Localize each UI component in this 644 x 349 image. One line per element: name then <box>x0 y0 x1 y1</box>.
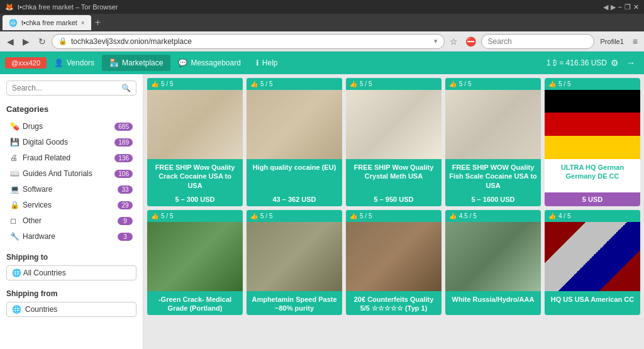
rating-value: 5 / 5 <box>260 213 272 219</box>
close-icon[interactable]: ✕ <box>633 3 639 11</box>
profile-button[interactable]: Profile1 <box>597 36 628 47</box>
url-bar[interactable]: 🔒 tochka3evlj3sxdv.onion/marketplace ▾ <box>52 34 445 49</box>
thumbs-up-icon: 👍 <box>151 213 158 219</box>
shipping-from-select[interactable]: 🌐 Countries <box>6 302 136 317</box>
site-nav: @xxx420 👤 Vendors 🏪 Marketplace 💬 Messag… <box>0 52 644 74</box>
category-icon: 💊 <box>10 122 23 131</box>
category-label: Services <box>23 201 118 209</box>
category-item[interactable]: 🔒 Services 29 <box>6 197 136 213</box>
category-item[interactable]: 🔧 Hardware 3 <box>6 229 136 244</box>
menu-icon[interactable]: ≡ <box>630 35 640 48</box>
bookmark-icon[interactable]: ☆ <box>447 35 460 48</box>
category-label: Other <box>23 216 118 225</box>
logout-icon[interactable]: → <box>623 58 639 68</box>
thumbs-up-icon: 👍 <box>151 80 158 87</box>
product-card[interactable]: 👍 4 / 5 HQ US USA American CC <box>545 210 640 316</box>
category-badge: 685 <box>114 123 133 131</box>
settings-icon[interactable]: ⚙ <box>607 58 623 68</box>
user-badge[interactable]: @xxx420 <box>5 57 47 69</box>
product-card[interactable]: 👍 4.5 / 5 White Russia/Hydro/AAA <box>445 210 541 316</box>
help-button[interactable]: ℹ Help <box>248 55 286 71</box>
message-icon: 💬 <box>178 58 187 67</box>
sidebar-search-input[interactable] <box>12 84 121 92</box>
category-icon: ◻ <box>10 216 23 225</box>
tor-block-icon[interactable]: ⛔ <box>463 35 479 48</box>
rating-value: 4.5 / 5 <box>459 213 477 219</box>
product-card[interactable]: 👍 5 / 5 High quality cocaine (EU) 43 – 3… <box>247 78 342 206</box>
product-image <box>147 90 243 159</box>
category-label: Hardware <box>23 232 118 241</box>
category-item[interactable]: ◻ Other 9 <box>6 213 136 228</box>
globe-icon: 🌐 <box>12 305 21 314</box>
product-card[interactable]: 👍 5 / 5 FREE SHIP Wow Quality Crystal Me… <box>346 78 441 206</box>
product-price: 5 USD <box>545 192 640 206</box>
thumbs-up-icon: 👍 <box>449 213 457 219</box>
product-card[interactable]: 👍 5 / 5 ULTRA HQ German Germany DE CC 5 … <box>545 78 640 206</box>
category-icon: 📖 <box>10 169 23 178</box>
product-price: 5 – 1600 USD <box>445 192 541 206</box>
product-title: ULTRA HQ German Germany DE CC <box>545 159 640 192</box>
refresh-button[interactable]: ↻ <box>35 35 49 48</box>
product-card[interactable]: 👍 5 / 5 Amphetamin Speed Paste ~80% puri… <box>247 210 342 316</box>
product-card[interactable]: 👍 5 / 5 FREE SHIP Wow Quality Crack Coca… <box>147 78 243 206</box>
categories-title: Categories <box>6 104 136 114</box>
category-icon: 💻 <box>10 185 23 194</box>
category-badge: 9 <box>118 217 133 225</box>
forward-button[interactable]: ▶ <box>19 35 33 48</box>
tab-bar: 🌐 t•chka free market × + <box>0 14 644 31</box>
product-title: -Green Crack- Medical Grade (Portland) <box>147 291 243 316</box>
vendors-icon: 👤 <box>54 58 64 67</box>
help-icon: ℹ <box>256 58 259 67</box>
product-card[interactable]: 👍 5 / 5 FREE SHIP WOW Quality Fish Scale… <box>445 78 541 206</box>
category-badge: 189 <box>114 138 133 147</box>
thumbs-up-icon: 👍 <box>350 80 357 87</box>
shipping-to-select[interactable]: 🌐 All Countries <box>6 265 136 280</box>
category-item[interactable]: 💊 Drugs 685 <box>6 119 136 134</box>
categories-list: 💊 Drugs 685 💾 Digital Goods 189 🖨 Fraud … <box>6 119 136 244</box>
category-icon: 🔒 <box>10 201 23 209</box>
back-button[interactable]: ◀ <box>4 35 17 48</box>
active-tab[interactable]: 🌐 t•chka free market × <box>3 15 91 30</box>
product-image <box>147 222 243 291</box>
new-tab-button[interactable]: + <box>91 17 104 28</box>
product-card[interactable]: 👍 5 / 5 20€ Counterfeits Quality 5/5 ☆☆☆… <box>346 210 441 316</box>
product-area: 👍 5 / 5 FREE SHIP Wow Quality Crack Coca… <box>143 74 644 349</box>
restore-icon[interactable]: ❐ <box>625 3 631 11</box>
tab-close-button[interactable]: × <box>81 19 85 26</box>
product-title: White Russia/Hydro/AAA <box>445 291 541 316</box>
product-grid: 👍 5 / 5 FREE SHIP Wow Quality Crack Coca… <box>147 78 640 315</box>
rating-value: 5 / 5 <box>459 80 471 87</box>
nav-fwd-icon: ▶ <box>611 3 616 11</box>
category-item[interactable]: 💾 Digital Goods 189 <box>6 135 136 150</box>
thumbs-up-icon: 👍 <box>548 213 556 219</box>
sidebar-search-bar[interactable]: 🔍 <box>6 80 136 96</box>
category-badge: 3 <box>118 233 133 241</box>
product-rating: 👍 4 / 5 <box>545 210 640 222</box>
vendors-button[interactable]: 👤 Vendors <box>47 55 102 71</box>
product-rating: 👍 5 / 5 <box>346 78 441 90</box>
product-image <box>545 90 640 159</box>
product-price: 5 – 950 USD <box>346 192 441 206</box>
marketplace-icon: 🏪 <box>109 58 119 67</box>
category-item[interactable]: 🖨 Fraud Related 136 <box>6 150 136 165</box>
tab-label: t•chka free market <box>21 19 77 26</box>
search-input[interactable] <box>481 34 594 49</box>
rating-value: 5 / 5 <box>161 213 173 219</box>
product-rating: 👍 5 / 5 <box>545 78 640 90</box>
product-title: FREE SHIP Wow Quality Crystal Meth USA <box>346 159 441 192</box>
messageboard-button[interactable]: 💬 Messageboard <box>170 55 248 71</box>
dropdown-icon[interactable]: ▾ <box>434 37 438 45</box>
category-item[interactable]: 📖 Guides And Tutorials 106 <box>6 166 136 181</box>
category-label: Software <box>23 185 118 194</box>
category-item[interactable]: 💻 Software 33 <box>6 182 136 197</box>
product-image <box>445 222 541 291</box>
product-rating: 👍 5 / 5 <box>147 78 243 90</box>
product-image <box>247 90 342 159</box>
product-price: 5 – 300 USD <box>147 192 243 206</box>
url-text: tochka3evlj3sxdv.onion/marketplace <box>71 37 434 46</box>
minimize-icon[interactable]: − <box>618 3 622 11</box>
shipping-to-title: Shipping to <box>6 253 136 262</box>
marketplace-button[interactable]: 🏪 Marketplace <box>102 55 170 71</box>
category-icon: 🖨 <box>10 153 23 162</box>
product-card[interactable]: 👍 5 / 5 -Green Crack- Medical Grade (Por… <box>147 210 243 316</box>
